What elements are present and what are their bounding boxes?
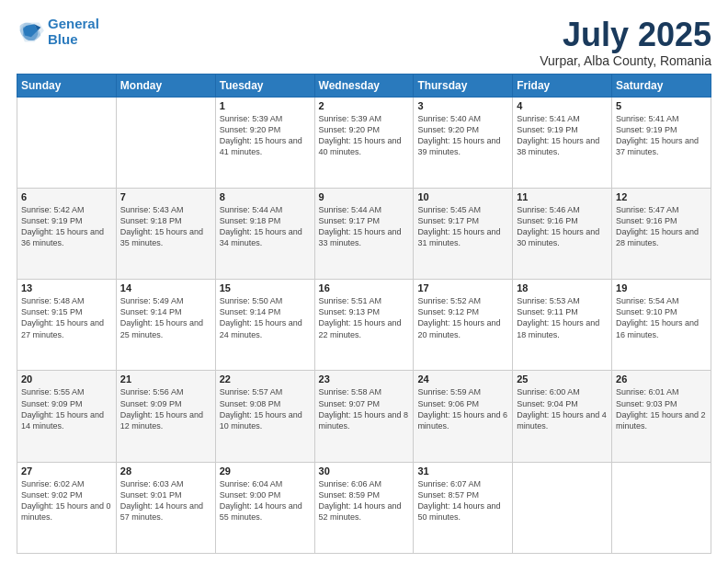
calendar-table: Sunday Monday Tuesday Wednesday Thursday… bbox=[17, 74, 711, 554]
cell-info: Sunrise: 6:07 AMSunset: 8:57 PMDaylight:… bbox=[417, 478, 508, 523]
day-number: 31 bbox=[417, 465, 508, 477]
day-number: 28 bbox=[120, 465, 211, 477]
day-number: 5 bbox=[616, 100, 707, 111]
calendar-cell: 1Sunrise: 5:39 AMSunset: 9:20 PMDaylight… bbox=[215, 97, 314, 188]
calendar-cell: 16Sunrise: 5:51 AMSunset: 9:13 PMDayligh… bbox=[314, 280, 414, 371]
calendar-cell: 25Sunrise: 6:00 AMSunset: 9:04 PMDayligh… bbox=[513, 371, 612, 462]
cell-info: Sunrise: 5:39 AMSunset: 9:20 PMDaylight:… bbox=[220, 113, 311, 158]
cell-info: Sunrise: 5:39 AMSunset: 9:20 PMDaylight:… bbox=[319, 113, 410, 158]
calendar-cell: 19Sunrise: 5:54 AMSunset: 9:10 PMDayligh… bbox=[612, 280, 711, 371]
day-number: 30 bbox=[319, 465, 410, 477]
day-number: 21 bbox=[120, 373, 211, 385]
calendar-cell: 23Sunrise: 5:58 AMSunset: 9:07 PMDayligh… bbox=[314, 371, 414, 462]
cell-info: Sunrise: 5:49 AMSunset: 9:14 PMDaylight:… bbox=[120, 295, 211, 340]
day-number: 1 bbox=[220, 100, 311, 111]
cell-info: Sunrise: 5:52 AMSunset: 9:12 PMDaylight:… bbox=[417, 295, 508, 340]
calendar-cell: 11Sunrise: 5:46 AMSunset: 9:16 PMDayligh… bbox=[513, 188, 612, 279]
cell-info: Sunrise: 5:51 AMSunset: 9:13 PMDaylight:… bbox=[319, 295, 410, 340]
calendar-week-3: 13Sunrise: 5:48 AMSunset: 9:15 PMDayligh… bbox=[17, 280, 711, 371]
cell-info: Sunrise: 5:46 AMSunset: 9:16 PMDaylight:… bbox=[517, 204, 608, 249]
calendar-week-4: 20Sunrise: 5:55 AMSunset: 9:09 PMDayligh… bbox=[17, 371, 711, 462]
cell-info: Sunrise: 5:58 AMSunset: 9:07 PMDaylight:… bbox=[319, 386, 410, 431]
calendar-cell: 30Sunrise: 6:06 AMSunset: 8:59 PMDayligh… bbox=[314, 462, 414, 553]
cell-info: Sunrise: 6:01 AMSunset: 9:03 PMDaylight:… bbox=[616, 386, 707, 431]
calendar-week-1: 1Sunrise: 5:39 AMSunset: 9:20 PMDaylight… bbox=[17, 97, 711, 188]
cell-info: Sunrise: 5:48 AMSunset: 9:15 PMDaylight:… bbox=[21, 295, 112, 340]
calendar-cell: 4Sunrise: 5:41 AMSunset: 9:19 PMDaylight… bbox=[513, 97, 612, 188]
calendar-cell bbox=[612, 462, 711, 553]
calendar-cell: 20Sunrise: 5:55 AMSunset: 9:09 PMDayligh… bbox=[17, 371, 117, 462]
day-number: 15 bbox=[220, 282, 311, 293]
day-number: 16 bbox=[319, 282, 410, 293]
cell-info: Sunrise: 5:40 AMSunset: 9:20 PMDaylight:… bbox=[417, 113, 508, 158]
day-number: 7 bbox=[120, 191, 211, 202]
col-friday: Friday bbox=[513, 74, 612, 97]
day-number: 27 bbox=[21, 465, 112, 477]
calendar-cell: 17Sunrise: 5:52 AMSunset: 9:12 PMDayligh… bbox=[414, 280, 513, 371]
cell-info: Sunrise: 5:41 AMSunset: 9:19 PMDaylight:… bbox=[616, 113, 707, 158]
col-tuesday: Tuesday bbox=[215, 74, 314, 97]
cell-info: Sunrise: 5:41 AMSunset: 9:19 PMDaylight:… bbox=[517, 113, 608, 158]
day-number: 20 bbox=[21, 373, 112, 385]
cell-info: Sunrise: 5:45 AMSunset: 9:17 PMDaylight:… bbox=[417, 204, 508, 249]
calendar-cell: 31Sunrise: 6:07 AMSunset: 8:57 PMDayligh… bbox=[414, 462, 513, 553]
logo-text: General Blue bbox=[48, 17, 99, 47]
day-number: 11 bbox=[517, 191, 608, 202]
calendar-cell: 13Sunrise: 5:48 AMSunset: 9:15 PMDayligh… bbox=[17, 280, 117, 371]
calendar-cell: 2Sunrise: 5:39 AMSunset: 9:20 PMDaylight… bbox=[314, 97, 414, 188]
page: General Blue July 2025 Vurpar, Alba Coun… bbox=[0, 0, 728, 563]
day-number: 13 bbox=[21, 282, 112, 293]
subtitle: Vurpar, Alba County, Romania bbox=[540, 53, 711, 68]
calendar-cell: 22Sunrise: 5:57 AMSunset: 9:08 PMDayligh… bbox=[215, 371, 314, 462]
cell-info: Sunrise: 5:53 AMSunset: 9:11 PMDaylight:… bbox=[517, 295, 608, 340]
day-number: 18 bbox=[517, 282, 608, 293]
cell-info: Sunrise: 5:50 AMSunset: 9:14 PMDaylight:… bbox=[220, 295, 311, 340]
cell-info: Sunrise: 6:02 AMSunset: 9:02 PMDaylight:… bbox=[21, 478, 112, 523]
day-number: 14 bbox=[120, 282, 211, 293]
cell-info: Sunrise: 6:00 AMSunset: 9:04 PMDaylight:… bbox=[517, 386, 608, 431]
cell-info: Sunrise: 5:56 AMSunset: 9:09 PMDaylight:… bbox=[120, 386, 211, 431]
col-thursday: Thursday bbox=[414, 74, 513, 97]
cell-info: Sunrise: 5:59 AMSunset: 9:06 PMDaylight:… bbox=[417, 386, 508, 431]
calendar-cell bbox=[17, 97, 117, 188]
day-number: 29 bbox=[220, 465, 311, 477]
calendar-cell: 15Sunrise: 5:50 AMSunset: 9:14 PMDayligh… bbox=[215, 280, 314, 371]
calendar-week-2: 6Sunrise: 5:42 AMSunset: 9:19 PMDaylight… bbox=[17, 188, 711, 279]
day-number: 19 bbox=[616, 282, 707, 293]
day-number: 3 bbox=[417, 100, 508, 111]
cell-info: Sunrise: 6:04 AMSunset: 9:00 PMDaylight:… bbox=[220, 478, 311, 523]
header: General Blue July 2025 Vurpar, Alba Coun… bbox=[17, 17, 711, 68]
day-number: 26 bbox=[616, 373, 707, 385]
logo-general: General bbox=[48, 16, 99, 31]
calendar-cell: 6Sunrise: 5:42 AMSunset: 9:19 PMDaylight… bbox=[17, 188, 117, 279]
calendar-cell: 3Sunrise: 5:40 AMSunset: 9:20 PMDaylight… bbox=[414, 97, 513, 188]
col-saturday: Saturday bbox=[612, 74, 711, 97]
calendar-cell: 9Sunrise: 5:44 AMSunset: 9:17 PMDaylight… bbox=[314, 188, 414, 279]
calendar-cell bbox=[513, 462, 612, 553]
cell-info: Sunrise: 5:43 AMSunset: 9:18 PMDaylight:… bbox=[120, 204, 211, 249]
calendar-cell: 24Sunrise: 5:59 AMSunset: 9:06 PMDayligh… bbox=[414, 371, 513, 462]
calendar-cell: 28Sunrise: 6:03 AMSunset: 9:01 PMDayligh… bbox=[116, 462, 215, 553]
logo-icon bbox=[17, 19, 44, 45]
cell-info: Sunrise: 5:47 AMSunset: 9:16 PMDaylight:… bbox=[616, 204, 707, 249]
calendar-cell: 8Sunrise: 5:44 AMSunset: 9:18 PMDaylight… bbox=[215, 188, 314, 279]
calendar-cell: 21Sunrise: 5:56 AMSunset: 9:09 PMDayligh… bbox=[116, 371, 215, 462]
cell-info: Sunrise: 5:57 AMSunset: 9:08 PMDaylight:… bbox=[220, 386, 311, 431]
col-monday: Monday bbox=[116, 74, 215, 97]
day-number: 2 bbox=[319, 100, 410, 111]
day-number: 4 bbox=[517, 100, 608, 111]
calendar-cell: 7Sunrise: 5:43 AMSunset: 9:18 PMDaylight… bbox=[116, 188, 215, 279]
calendar-cell: 18Sunrise: 5:53 AMSunset: 9:11 PMDayligh… bbox=[513, 280, 612, 371]
cell-info: Sunrise: 5:54 AMSunset: 9:10 PMDaylight:… bbox=[616, 295, 707, 340]
day-number: 6 bbox=[21, 191, 112, 202]
col-sunday: Sunday bbox=[17, 74, 117, 97]
logo: General Blue bbox=[17, 17, 99, 47]
day-number: 22 bbox=[220, 373, 311, 385]
cell-info: Sunrise: 5:55 AMSunset: 9:09 PMDaylight:… bbox=[21, 386, 112, 431]
day-number: 25 bbox=[517, 373, 608, 385]
main-title: July 2025 bbox=[540, 17, 711, 53]
calendar-cell: 14Sunrise: 5:49 AMSunset: 9:14 PMDayligh… bbox=[116, 280, 215, 371]
calendar-cell: 26Sunrise: 6:01 AMSunset: 9:03 PMDayligh… bbox=[612, 371, 711, 462]
calendar-cell: 12Sunrise: 5:47 AMSunset: 9:16 PMDayligh… bbox=[612, 188, 711, 279]
col-wednesday: Wednesday bbox=[314, 74, 414, 97]
